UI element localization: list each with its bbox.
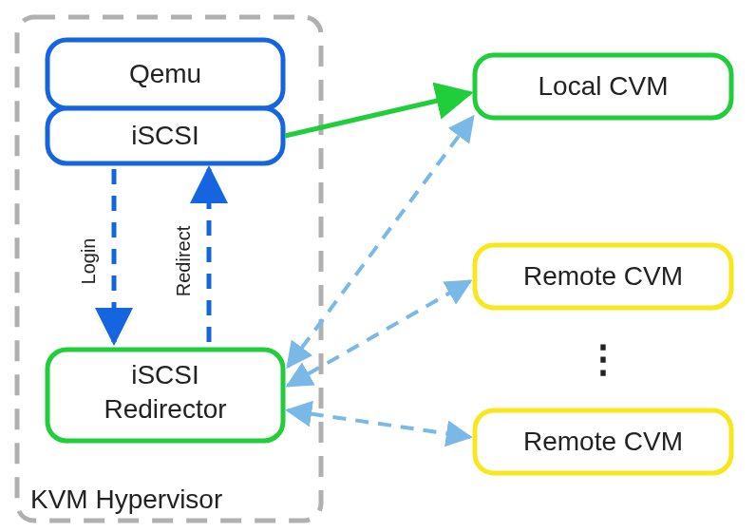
login-label: Login [78, 238, 99, 285]
ellipsis-icon: ⋮ [584, 337, 622, 379]
diagram-canvas: KVM Hypervisor Qemu iSCSI iSCSI Redirect… [0, 0, 756, 532]
remote-cvm-2-label: Remote CVM [523, 427, 683, 456]
redirector-to-local-cvm-arrow [288, 117, 473, 367]
remote-cvm-2-box: Remote CVM [475, 410, 731, 473]
redirect-arrow: Redirect [173, 169, 209, 342]
iscsi-redirector-label-line1: iSCSI [131, 360, 199, 390]
iscsi-redirector-label-line2: Redirector [104, 394, 226, 424]
iscsi-label: iSCSI [131, 121, 199, 150]
qemu-group: Qemu iSCSI [47, 40, 283, 163]
remote-cvm-1-label: Remote CVM [523, 261, 683, 291]
iscsi-redirector-box: iSCSI Redirector [47, 350, 283, 441]
remote-cvm-1-box: Remote CVM [475, 245, 731, 308]
redirect-label: Redirect [173, 225, 194, 296]
redirector-to-remote-cvm-2-arrow [288, 410, 470, 437]
local-cvm-label: Local CVM [539, 71, 669, 101]
login-arrow: Login [78, 169, 114, 342]
redirector-to-remote-cvm-1-arrow [288, 281, 470, 386]
qemu-label: Qemu [129, 59, 201, 88]
iscsi-to-local-cvm-arrow [285, 93, 470, 136]
local-cvm-box: Local CVM [475, 55, 731, 118]
kvm-hypervisor-label: KVM Hypervisor [30, 484, 222, 514]
